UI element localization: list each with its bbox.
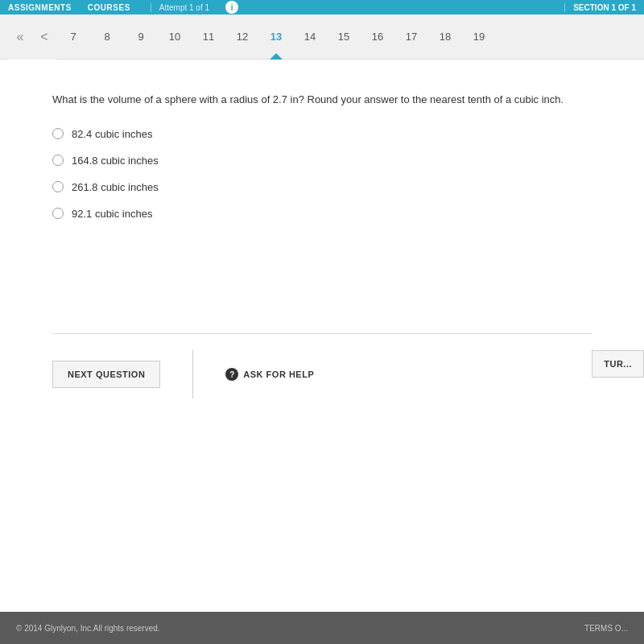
ask-for-help-button[interactable]: ? ASK FOR HELP [225, 368, 314, 381]
page-number-9[interactable]: 9 [124, 14, 158, 60]
page-number-18[interactable]: 18 [428, 14, 462, 60]
question-area: What is the volume of a sphere with a ra… [0, 60, 644, 333]
next-question-button[interactable]: NEXT QUESTION [52, 361, 160, 388]
courses-nav[interactable]: COURSES [88, 3, 130, 12]
page-number-12[interactable]: 12 [225, 14, 259, 60]
page-number-15[interactable]: 15 [327, 14, 361, 60]
action-divider [192, 350, 193, 398]
answer-label-4: 92.1 cubic inches [72, 208, 152, 220]
info-icon[interactable]: i [225, 1, 238, 14]
radio-option-2[interactable] [52, 155, 64, 166]
pagination-bar: « < 78910111213141516171819 [0, 14, 644, 60]
radio-option-3[interactable] [52, 181, 64, 192]
answer-label-2: 164.8 cubic inches [72, 155, 159, 167]
page-number-11[interactable]: 11 [192, 14, 225, 60]
page-number-19[interactable]: 19 [462, 14, 496, 60]
page-number-13[interactable]: 13 [259, 14, 293, 60]
answer-label-3: 261.8 cubic inches [72, 181, 159, 193]
answer-option-3[interactable]: 261.8 cubic inches [52, 181, 592, 193]
page-number-17[interactable]: 17 [394, 14, 428, 60]
copyright-text: © 2014 Glynlyon, Inc.All rights reserved… [16, 624, 160, 633]
first-page-button[interactable]: « [8, 14, 32, 60]
question-text: What is the volume of a sphere with a ra… [52, 92, 592, 108]
answer-option-4[interactable]: 92.1 cubic inches [52, 208, 592, 220]
terms-link[interactable]: TERMS O... [584, 624, 628, 633]
ask-for-help-label: ASK FOR HELP [243, 369, 314, 379]
page-number-list: 78910111213141516171819 [56, 14, 496, 60]
page-number-7[interactable]: 7 [56, 14, 90, 60]
turn-in-button[interactable]: TUR... [592, 350, 644, 378]
prev-page-button[interactable]: < [32, 14, 56, 60]
answer-option-1[interactable]: 82.4 cubic inches [52, 128, 592, 140]
section-label: SECTION 1 OF 1 [564, 3, 636, 12]
top-navigation: ASSIGNMENTS COURSES Attempt 1 of 1 i SEC… [0, 0, 644, 14]
page-number-16[interactable]: 16 [361, 14, 394, 60]
page-number-8[interactable]: 8 [90, 14, 124, 60]
answer-label-1: 82.4 cubic inches [72, 128, 152, 140]
attempt-text: Attempt 1 of 1 [151, 3, 209, 12]
page-number-10[interactable]: 10 [158, 14, 192, 60]
help-icon: ? [225, 368, 238, 381]
action-bar: NEXT QUESTION ? ASK FOR HELP TUR... [0, 334, 644, 415]
radio-option-4[interactable] [52, 208, 64, 219]
footer: © 2014 Glynlyon, Inc.All rights reserved… [0, 612, 644, 644]
radio-option-1[interactable] [52, 128, 64, 139]
answer-option-2[interactable]: 164.8 cubic inches [52, 155, 592, 167]
page-number-14[interactable]: 14 [293, 14, 327, 60]
assignments-nav[interactable]: ASSIGNMENTS [8, 3, 72, 12]
